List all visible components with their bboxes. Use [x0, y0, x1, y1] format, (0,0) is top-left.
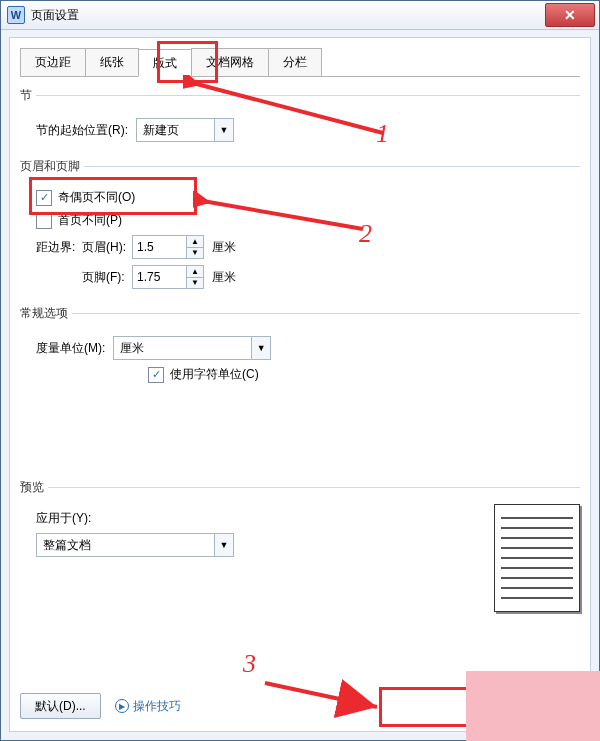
tab-layout[interactable]: 版式: [138, 49, 192, 77]
tips-link[interactable]: ▶ 操作技巧: [115, 698, 181, 715]
apply-combo[interactable]: 整篇文档 ▼: [36, 533, 234, 557]
header-spin-buttons[interactable]: ▲▼: [186, 236, 203, 258]
section-start-label: 节的起始位置(R):: [36, 122, 128, 139]
footer-input[interactable]: [133, 266, 186, 288]
close-icon: ✕: [564, 7, 576, 23]
close-button[interactable]: ✕: [545, 3, 595, 27]
group-headerfooter: 页眉和页脚 ✓ 奇偶页不同(O) 首页不同(P) 距边界: 页眉(H): ▲▼ …: [20, 158, 580, 295]
odd-even-checkbox[interactable]: ✓: [36, 190, 52, 206]
tab-columns[interactable]: 分栏: [268, 48, 322, 76]
chevron-down-icon: ▼: [214, 119, 233, 141]
tips-label: 操作技巧: [133, 698, 181, 715]
group-section: 节 节的起始位置(R): 新建页 ▼: [20, 87, 580, 148]
tab-paper[interactable]: 纸张: [85, 48, 139, 76]
group-preview-title: 预览: [20, 479, 48, 496]
chevron-down-icon: ▼: [187, 278, 203, 289]
group-preview: 预览 应用于(Y): 整篇文档 ▼: [20, 479, 580, 612]
group-section-title: 节: [20, 87, 36, 104]
header-unit: 厘米: [212, 239, 236, 256]
dialog-body: 页边距 纸张 版式 文档网格 分栏 节 节的起始位置(R): 新建页 ▼ 页眉和…: [9, 37, 591, 732]
window-title: 页面设置: [31, 7, 545, 24]
chevron-up-icon: ▲: [187, 266, 203, 278]
first-page-checkbox[interactable]: [36, 213, 52, 229]
footer-unit: 厘米: [212, 269, 236, 286]
chevron-down-icon: ▼: [251, 337, 270, 359]
apply-value: 整篇文档: [43, 537, 91, 554]
chevron-down-icon: ▼: [214, 534, 233, 556]
titlebar: W 页面设置 ✕: [1, 1, 599, 30]
tab-bar: 页边距 纸张 版式 文档网格 分栏: [20, 48, 580, 77]
dialog-window: W 页面设置 ✕ 页边距 纸张 版式 文档网格 分栏 节 节的起始位置(R): …: [0, 0, 600, 741]
header-spin[interactable]: ▲▼: [132, 235, 204, 259]
tab-margin[interactable]: 页边距: [20, 48, 86, 76]
chevron-up-icon: ▲: [187, 236, 203, 248]
tab-grid[interactable]: 文档网格: [191, 48, 269, 76]
footer-spin-buttons[interactable]: ▲▼: [186, 266, 203, 288]
play-icon: ▶: [115, 699, 129, 713]
default-button[interactable]: 默认(D)...: [20, 693, 101, 719]
group-general-title: 常规选项: [20, 305, 72, 322]
section-start-value: 新建页: [143, 122, 179, 139]
header-input[interactable]: [133, 236, 186, 258]
button-row: 默认(D)... ▶ 操作技巧 确定: [20, 691, 580, 721]
char-unit-label: 使用字符单位(C): [170, 366, 259, 383]
footer-spin[interactable]: ▲▼: [132, 265, 204, 289]
group-headerfooter-title: 页眉和页脚: [20, 158, 84, 175]
chevron-down-icon: ▼: [187, 248, 203, 259]
odd-even-label: 奇偶页不同(O): [58, 189, 135, 206]
from-edge-label: 距边界:: [36, 239, 82, 256]
apply-label: 应用于(Y):: [36, 510, 91, 527]
group-general: 常规选项 度量单位(M): 厘米 ▼ ✓ 使用字符单位(C): [20, 305, 580, 389]
unit-combo[interactable]: 厘米 ▼: [113, 336, 271, 360]
preview-thumbnail: [494, 504, 580, 612]
section-start-combo[interactable]: 新建页 ▼: [136, 118, 234, 142]
unit-label: 度量单位(M):: [36, 340, 105, 357]
ok-button[interactable]: 确定: [474, 693, 580, 719]
first-page-label: 首页不同(P): [58, 212, 122, 229]
header-label: 页眉(H):: [82, 239, 132, 256]
app-icon: W: [7, 6, 25, 24]
char-unit-checkbox[interactable]: ✓: [148, 367, 164, 383]
footer-label: 页脚(F):: [82, 269, 132, 286]
unit-value: 厘米: [120, 340, 144, 357]
